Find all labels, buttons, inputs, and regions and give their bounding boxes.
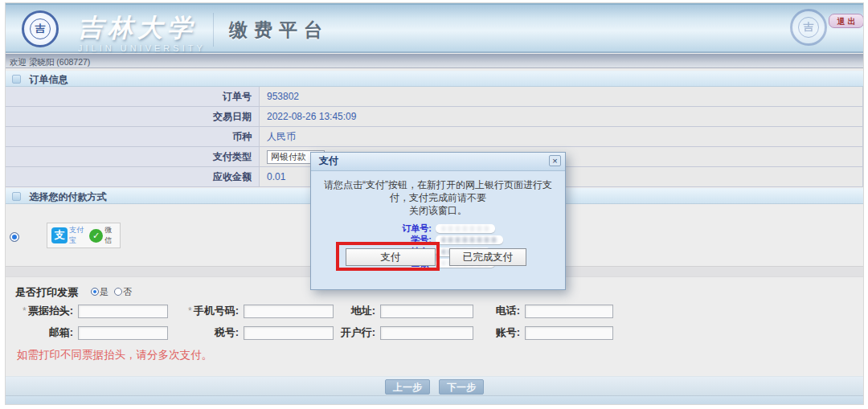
logout-button[interactable]: 退 出 [829, 14, 864, 28]
amount-due-label: 应收金额 [6, 167, 260, 186]
tax-id-field: 税号: [171, 325, 334, 340]
order-number-value: 953802 [260, 87, 862, 106]
wechat-icon: ✓ [89, 229, 103, 243]
next-step-button[interactable]: 下一步 [439, 379, 484, 395]
print-yes-label: 是 [100, 287, 108, 297]
tax-id-input[interactable] [244, 326, 334, 340]
pay-button[interactable]: 支付 [346, 248, 436, 266]
print-no-label: 否 [123, 287, 132, 297]
print-invoice-question: 是否打印发票 [15, 285, 78, 300]
address-field: 地址: [340, 304, 473, 318]
pay-type-label: 支付类型 [6, 147, 260, 166]
page-title: 缴费平台 [229, 18, 329, 43]
mobile-input[interactable] [244, 305, 334, 318]
close-icon[interactable]: × [549, 155, 561, 166]
email-field: 邮箱: [10, 325, 168, 340]
bank-field: 开户行: [335, 325, 473, 340]
order-info-section-title: 订单信息 [29, 72, 68, 88]
section-bullet-icon [12, 192, 21, 201]
print-no-radio[interactable] [114, 288, 122, 296]
account-field: 账号: [485, 325, 613, 340]
address-label: 地址: [340, 304, 375, 318]
university-name-block: 吉林大学 JILIN UNIVERSITY [78, 11, 206, 53]
welcome-text: 欢迎 梁晓阳 (608727) [10, 55, 90, 69]
alipay-icon: 支 [51, 227, 68, 243]
university-name-cn: 吉林大学 [78, 11, 206, 45]
alipay-label: 支付宝 [69, 225, 84, 246]
footer-band [6, 396, 863, 405]
dialog-order-number-value-masked [436, 224, 495, 233]
order-info-section-header: 订单信息 [6, 71, 863, 87]
invoice-title-input[interactable] [78, 305, 168, 318]
table-row: 交易日期 2022-08-26 13:45:09 [6, 107, 862, 127]
mobile-label: *手机号码: [171, 304, 239, 318]
header-divider [213, 13, 214, 47]
dialog-student-id-row: 学号: [311, 235, 565, 247]
invoice-note: 如需打印不同票据抬头，请分多次支付。 [17, 348, 212, 362]
wechat-label: 微 信 [104, 225, 116, 246]
pay-type-selected-value: 网银付款 [271, 151, 306, 163]
print-yes-radio[interactable] [91, 288, 99, 296]
bank-input[interactable] [380, 326, 473, 340]
bank-label: 开户行: [335, 325, 375, 340]
payment-method-section-title: 选择您的付款方式 [29, 189, 106, 205]
tax-id-label: 税号: [171, 325, 239, 340]
step-button-bar: 上一步 下一步 [6, 376, 863, 396]
invoice-section: 是否打印发票 是 否 *票据抬头: *手机号码: 地址: 电话: 邮箱: 税号: [6, 277, 863, 374]
phone-input[interactable] [525, 305, 613, 318]
dialog-student-id-label: 学号: [311, 234, 432, 246]
dialog-order-number-label: 订单号: [311, 223, 432, 235]
trade-date-label: 交易日期 [6, 107, 260, 126]
email-label: 邮箱: [10, 325, 73, 340]
dialog-student-id-value-masked [436, 235, 503, 244]
currency-label: 币种 [6, 127, 260, 146]
welcome-bar: 欢迎 梁晓阳 (608727) [6, 54, 863, 68]
payment-completed-button[interactable]: 已完成支付 [449, 248, 526, 266]
order-number-label: 订单号 [6, 87, 260, 106]
address-input[interactable] [380, 305, 473, 318]
mobile-field: *手机号码: [171, 304, 334, 318]
payment-method-option[interactable]: 支 支付宝 ✓ 微 信 [47, 223, 121, 248]
print-invoice-options: 是 否 [88, 286, 132, 298]
phone-field: 电话: [485, 304, 613, 318]
header: 吉 吉林大学 JILIN UNIVERSITY 缴费平台 吉 退 出 [6, 3, 863, 53]
invoice-title-field: *票据抬头: [10, 304, 168, 318]
trade-date-value: 2022-08-26 13:45:09 [260, 107, 862, 126]
dialog-message-line2: 关闭该窗口。 [319, 204, 557, 217]
section-bullet-icon [12, 75, 21, 84]
currency-value: 人民币 [260, 127, 862, 146]
university-seal-logo: 吉 [22, 10, 59, 47]
prev-step-button[interactable]: 上一步 [385, 379, 430, 395]
dialog-title: 支付 [319, 155, 338, 166]
payment-platform-window: 吉 吉林大学 JILIN UNIVERSITY 缴费平台 吉 退 出 欢迎 梁晓… [5, 2, 864, 405]
phone-label: 电话: [485, 304, 520, 318]
payment-dialog: 支付 × 请您点击“支付”按钮，在新打开的网上银行页面进行支付，支付完成前请不要… [310, 152, 566, 290]
page: 吉 吉林大学 JILIN UNIVERSITY 缴费平台 吉 退 出 欢迎 梁晓… [0, 0, 868, 409]
payment-method-radio[interactable] [10, 232, 19, 242]
email-input[interactable] [78, 326, 168, 340]
table-row: 订单号 953802 [6, 87, 862, 107]
account-label: 账号: [485, 325, 520, 340]
invoice-title-label: *票据抬头: [10, 304, 73, 318]
dialog-message: 请您点击“支付”按钮，在新打开的网上银行页面进行支付，支付完成前请不要 关闭该窗… [319, 178, 557, 217]
required-mark: * [23, 305, 27, 317]
table-row: 币种 人民币 [6, 127, 862, 147]
dialog-titlebar: 支付 × [311, 153, 565, 171]
dialog-order-number-row: 订单号: [311, 223, 565, 235]
watermark-seal-icon: 吉 [790, 9, 827, 46]
account-input[interactable] [525, 326, 613, 340]
dialog-message-line1: 请您点击“支付”按钮，在新打开的网上银行页面进行支付，支付完成前请不要 [319, 178, 557, 204]
required-mark: * [188, 305, 192, 317]
university-seal-emblem: 吉 [30, 18, 51, 39]
university-name-en: JILIN UNIVERSITY [78, 43, 206, 53]
